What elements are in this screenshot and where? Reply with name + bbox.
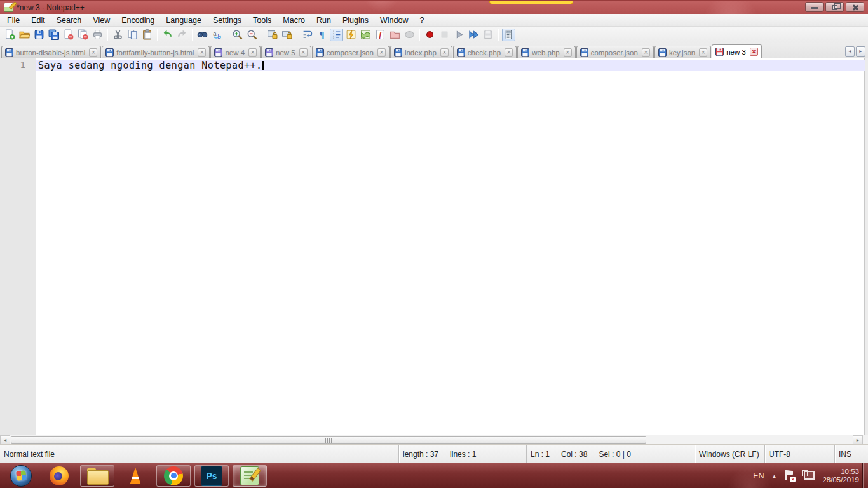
print-icon[interactable] <box>91 29 104 41</box>
document-map-icon[interactable] <box>359 29 372 41</box>
show-all-characters-icon[interactable]: ¶ <box>315 29 329 41</box>
tab-close-icon[interactable]: × <box>198 48 206 57</box>
paste-icon[interactable] <box>140 29 154 41</box>
menu-item-search[interactable]: Search <box>51 14 88 26</box>
plugin-calculator-icon[interactable] <box>502 29 515 41</box>
macro-stop-icon[interactable] <box>438 29 451 41</box>
tab-close-icon[interactable]: × <box>642 48 650 57</box>
tab-button-disable-js-html[interactable]: button-disable-js.html× <box>1 46 101 58</box>
tab-close-icon[interactable]: × <box>377 48 386 57</box>
status-insert-mode[interactable]: INS <box>834 445 868 463</box>
menu-item-view[interactable]: View <box>87 14 116 26</box>
menu-item-macro[interactable]: Macro <box>277 14 311 26</box>
save-file-icon[interactable] <box>32 29 46 41</box>
scrollbar-thumb[interactable] <box>11 436 646 444</box>
editor[interactable]: 1 Saya sedang ngoding dengan Notepad++. <box>0 58 868 435</box>
restore-button[interactable] <box>825 2 844 12</box>
tab-check-php[interactable]: check.php× <box>453 46 517 58</box>
menu-item-language[interactable]: Language <box>160 14 207 26</box>
action-center-flag-icon[interactable]: × <box>784 470 794 482</box>
taskbar-button-vlc[interactable] <box>118 465 153 487</box>
minimize-icon <box>811 7 818 9</box>
menu-item-edit[interactable]: Edit <box>25 14 51 26</box>
taskbar-button-firefox[interactable] <box>42 465 76 487</box>
cut-icon[interactable] <box>111 29 125 41</box>
find-icon[interactable] <box>196 29 209 41</box>
tab-index-php[interactable]: index.php× <box>390 46 452 58</box>
tab-close-icon[interactable]: × <box>505 48 513 57</box>
tab-close-icon[interactable]: × <box>750 48 758 56</box>
menu-item-file[interactable]: File <box>1 14 25 26</box>
document-monitor-icon[interactable] <box>403 29 416 41</box>
text-area[interactable]: Saya sedang ngoding dengan Notepad++. <box>36 58 865 435</box>
menu-item-plugins[interactable]: Plugins <box>337 14 374 26</box>
macro-save-icon[interactable] <box>482 29 495 41</box>
folder-as-workspace-icon[interactable] <box>388 29 402 41</box>
tab-web-php[interactable]: web.php× <box>517 46 575 58</box>
close-file-icon[interactable] <box>62 29 75 41</box>
restore-icon <box>832 5 837 10</box>
style-configurator-icon[interactable] <box>344 29 358 41</box>
tab-scroll-left-icon[interactable]: ◄ <box>845 46 855 57</box>
tab-close-icon[interactable]: × <box>699 48 707 57</box>
toolbar-separator <box>227 29 227 41</box>
tab-new-4[interactable]: new 4× <box>210 46 261 58</box>
replace-icon[interactable]: ab <box>210 29 224 41</box>
taskbar-button-chrome[interactable] <box>156 465 191 487</box>
tab-close-icon[interactable]: × <box>299 48 308 57</box>
minimize-button[interactable] <box>805 2 824 12</box>
zoom-out-icon[interactable] <box>245 29 259 41</box>
sync-horizontal-scroll-icon[interactable] <box>280 29 294 41</box>
tab-new-3[interactable]: new 3× <box>712 44 762 58</box>
tab-composer-json[interactable]: composer.json× <box>312 46 390 58</box>
redo-icon[interactable] <box>175 29 189 41</box>
taskbar-button-explorer[interactable] <box>80 465 114 487</box>
sync-vertical-scroll-icon[interactable] <box>266 29 279 41</box>
show-desktop-button[interactable] <box>862 463 868 488</box>
tab-scroll-right-icon[interactable]: ► <box>856 46 865 57</box>
taskbar-button-photoshop[interactable]: Ps <box>194 465 229 487</box>
save-all-icon[interactable] <box>47 29 60 41</box>
tab-new-5[interactable]: new 5× <box>261 46 311 58</box>
tab-close-icon[interactable]: × <box>248 48 257 57</box>
taskbar-button-notepad-plus-plus[interactable] <box>233 465 267 487</box>
tab-close-icon[interactable]: × <box>564 48 572 57</box>
close-all-icon[interactable] <box>76 29 90 41</box>
tab-key-json[interactable]: key.json× <box>654 46 711 58</box>
menu-item-settings[interactable]: Settings <box>207 14 247 26</box>
word-wrap-icon[interactable] <box>301 29 314 41</box>
show-indent-guide-icon[interactable] <box>330 29 343 41</box>
menu-item-encoding[interactable]: Encoding <box>116 14 160 26</box>
open-file-icon[interactable] <box>18 29 31 41</box>
menu-item-help[interactable]: ? <box>414 14 430 26</box>
horizontal-scrollbar[interactable]: ◄ ► <box>0 435 868 445</box>
function-list-icon[interactable]: f <box>374 29 387 41</box>
macro-play-icon[interactable] <box>452 29 466 41</box>
clock[interactable]: 10:53 28/05/2019 <box>822 468 859 484</box>
tab-close-icon[interactable]: × <box>440 48 449 57</box>
new-file-icon[interactable] <box>3 29 17 41</box>
network-icon[interactable] <box>802 470 815 482</box>
tab-fontfamily-button-js-html[interactable]: fontfamily-button-js.html× <box>102 46 210 58</box>
system-tray: EN ▲ × 10:53 28/05/2019 <box>753 463 859 488</box>
start-button[interactable] <box>4 465 38 487</box>
status-encoding[interactable]: UTF-8 <box>764 445 834 463</box>
tab-close-icon[interactable]: × <box>89 48 97 57</box>
scroll-left-arrow-icon[interactable]: ◄ <box>0 435 10 444</box>
language-indicator[interactable]: EN <box>753 471 764 480</box>
menu-item-run[interactable]: Run <box>311 14 337 26</box>
menu-item-tools[interactable]: Tools <box>247 14 277 26</box>
close-button[interactable] <box>846 2 864 12</box>
scroll-right-arrow-icon[interactable]: ► <box>853 435 863 444</box>
copy-icon[interactable] <box>126 29 139 41</box>
status-eol-format[interactable]: Windows (CR LF) <box>695 445 764 463</box>
title-bar[interactable]: *new 3 - Notepad++ <box>0 0 868 14</box>
show-hidden-icons-chevron-icon[interactable]: ▲ <box>772 473 777 479</box>
tab-composer-json[interactable]: composer.json× <box>576 46 654 58</box>
current-line[interactable]: Saya sedang ngoding dengan Notepad++. <box>36 60 865 71</box>
undo-icon[interactable] <box>161 29 174 41</box>
macro-run-multiple-icon[interactable] <box>467 29 480 41</box>
menu-item-window[interactable]: Window <box>374 14 414 26</box>
zoom-in-icon[interactable] <box>231 29 244 41</box>
macro-record-icon[interactable] <box>423 29 437 41</box>
